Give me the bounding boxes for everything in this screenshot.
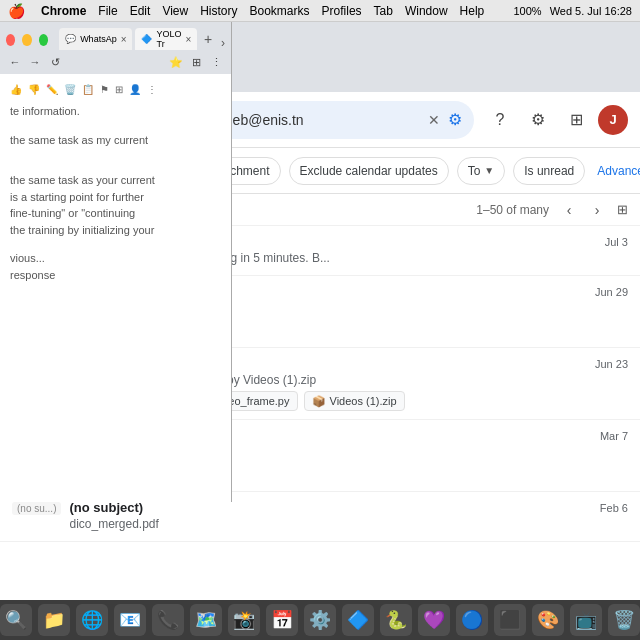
grid-icon[interactable]: ⊞: [115, 84, 123, 95]
second-min-btn[interactable]: [22, 34, 31, 46]
email-content: (no subject) Feb 6 dico_merged.pdf: [69, 500, 628, 531]
thumbs-down-icon[interactable]: 👎: [28, 84, 40, 95]
exclude-calendar-filter[interactable]: Exclude calendar updates: [289, 157, 449, 185]
apps-icon[interactable]: ⊞: [560, 104, 592, 136]
toolbar-right-icons: ⭐ ⊞ ⋮: [167, 53, 225, 71]
dock-safari[interactable]: 🌐: [76, 604, 108, 636]
help-icon[interactable]: ?: [484, 104, 516, 136]
is-unread-label: Is unread: [524, 164, 574, 178]
dock-python[interactable]: 🐍: [380, 604, 412, 636]
to-chevron-icon: ▼: [484, 165, 494, 176]
second-close-btn[interactable]: [6, 34, 15, 46]
dock-app-art[interactable]: 🎨: [532, 604, 564, 636]
is-unread-filter[interactable]: Is unread: [513, 157, 585, 185]
content-text-2: the same task as my current: [10, 132, 221, 149]
menu-file[interactable]: File: [98, 4, 117, 18]
flag-icon[interactable]: ⚑: [100, 84, 109, 95]
menu-history[interactable]: History: [200, 4, 237, 18]
next-page-button[interactable]: ›: [585, 198, 609, 222]
email-preview: dico_merged.pdf: [69, 517, 628, 531]
to-filter[interactable]: To ▼: [457, 157, 506, 185]
user-avatar[interactable]: J: [598, 105, 628, 135]
edit-icon[interactable]: ✏️: [46, 84, 58, 95]
datetime-display: Wed 5. Jul 16:28: [550, 5, 632, 17]
content-text-7: vious...: [10, 250, 221, 267]
yolo-favicon: 🔷: [141, 34, 152, 44]
forward-icon[interactable]: →: [26, 53, 44, 71]
more-icon[interactable]: ⋮: [147, 84, 157, 95]
dock-calendar[interactable]: 📅: [266, 604, 298, 636]
content-text-1: te information.: [10, 103, 221, 120]
email-subject: (no subject): [69, 500, 143, 515]
new-tab-plus[interactable]: +: [200, 28, 216, 50]
taskbar: 🔍 📁 🌐 📧 📞 🗺️ 📸 📅 ⚙️ 🔷 🐍 💜 🔵 ⬛ 🎨 📺 🗑️: [0, 600, 640, 640]
second-tab-yolo[interactable]: 🔷 YOLO Tr ×: [135, 28, 197, 50]
menu-help[interactable]: Help: [460, 4, 485, 18]
dock-vscode[interactable]: 🔷: [342, 604, 374, 636]
attachment-name: Videos (1).zip: [330, 395, 397, 407]
search-options-icon[interactable]: ⚙: [448, 110, 462, 129]
reload-icon[interactable]: ↺: [46, 53, 64, 71]
delete-icon[interactable]: 🗑️: [64, 84, 76, 95]
tabs-chevron-icon[interactable]: ›: [221, 36, 225, 50]
settings-icon[interactable]: ⚙: [522, 104, 554, 136]
yolo-tab-close[interactable]: ×: [186, 34, 192, 45]
second-max-btn[interactable]: [39, 34, 48, 46]
menu-profiles[interactable]: Profiles: [322, 4, 362, 18]
second-browser-window: 💬 WhatsAp × 🔷 YOLO Tr × + › ← → ↺ ⭐ ⊞ ⋮ …: [0, 22, 232, 502]
dock-app-tv[interactable]: 📺: [570, 604, 602, 636]
thumbs-up-icon[interactable]: 👍: [10, 84, 22, 95]
sidebar-toggle-icon[interactable]: ⊞: [187, 53, 205, 71]
email-date: Jul 3: [605, 236, 628, 248]
copy-icon[interactable]: 📋: [82, 84, 94, 95]
whatsapp-tab-close[interactable]: ×: [121, 34, 127, 45]
second-browser-toolbar: ← → ↺ ⭐ ⊞ ⋮: [0, 50, 231, 74]
email-date: Feb 6: [600, 502, 628, 514]
to-label: To: [468, 164, 481, 178]
whatsapp-tab-title: WhatsAp: [80, 34, 117, 44]
file-icon: 📦: [312, 394, 326, 408]
menu-view[interactable]: View: [162, 4, 188, 18]
dock-phone[interactable]: 📞: [152, 604, 184, 636]
dock-photos[interactable]: 📸: [228, 604, 260, 636]
second-tab-whatsapp[interactable]: 💬 WhatsAp ×: [59, 28, 132, 50]
content-text-6: the training by initializing your: [10, 222, 221, 239]
menu-window[interactable]: Window: [405, 4, 448, 18]
dock-app-blue[interactable]: 🔵: [456, 604, 488, 636]
back-icon[interactable]: ←: [6, 53, 24, 71]
apple-menu[interactable]: 🍎: [8, 3, 25, 19]
dock-maps[interactable]: 🗺️: [190, 604, 222, 636]
results-count: 1–50 of many: [476, 203, 549, 217]
content-text-5: fine-tuning" or "continuing: [10, 205, 221, 222]
menu-bookmarks[interactable]: Bookmarks: [250, 4, 310, 18]
search-clear-button[interactable]: ✕: [428, 112, 440, 128]
second-browser-tabs: 💬 WhatsAp × 🔷 YOLO Tr × + ›: [0, 22, 231, 50]
prev-page-button[interactable]: ‹: [557, 198, 581, 222]
star-icon[interactable]: ⭐: [167, 53, 185, 71]
advanced-search-link[interactable]: Advanced search: [597, 164, 640, 178]
dock-mail[interactable]: 📧: [114, 604, 146, 636]
content-text-8: response: [10, 267, 221, 284]
menu-tab[interactable]: Tab: [374, 4, 393, 18]
yolo-tab-title: YOLO Tr: [156, 29, 181, 49]
email-date: Jun 29: [595, 286, 628, 298]
header-icons: ? ⚙ ⊞ J: [484, 104, 628, 136]
app-name[interactable]: Chrome: [41, 4, 86, 18]
dock-folder[interactable]: 📁: [38, 604, 70, 636]
dock-app-purple[interactable]: 💜: [418, 604, 450, 636]
view-options-button[interactable]: ⊞: [617, 202, 628, 217]
dock-trash[interactable]: 🗑️: [608, 604, 640, 636]
dock-settings[interactable]: ⚙️: [304, 604, 336, 636]
email-tag: (no su...): [12, 502, 61, 515]
attachment-chip[interactable]: 📦 Videos (1).zip: [304, 391, 405, 411]
dock-app-black[interactable]: ⬛: [494, 604, 526, 636]
dock-finder[interactable]: 🔍: [0, 604, 32, 636]
results-navigation: ‹ ›: [557, 198, 609, 222]
menu-edit[interactable]: Edit: [130, 4, 151, 18]
more-options-icon[interactable]: ⋮: [207, 53, 225, 71]
content-text-4: is a starting point for further: [10, 189, 221, 206]
exclude-calendar-label: Exclude calendar updates: [300, 164, 438, 178]
person-icon[interactable]: 👤: [129, 84, 141, 95]
second-browser-content: 👍 👎 ✏️ 🗑️ 📋 ⚑ ⊞ 👤 ⋮ te information. the …: [0, 74, 231, 502]
content-text-3: the same task as your current: [10, 172, 221, 189]
